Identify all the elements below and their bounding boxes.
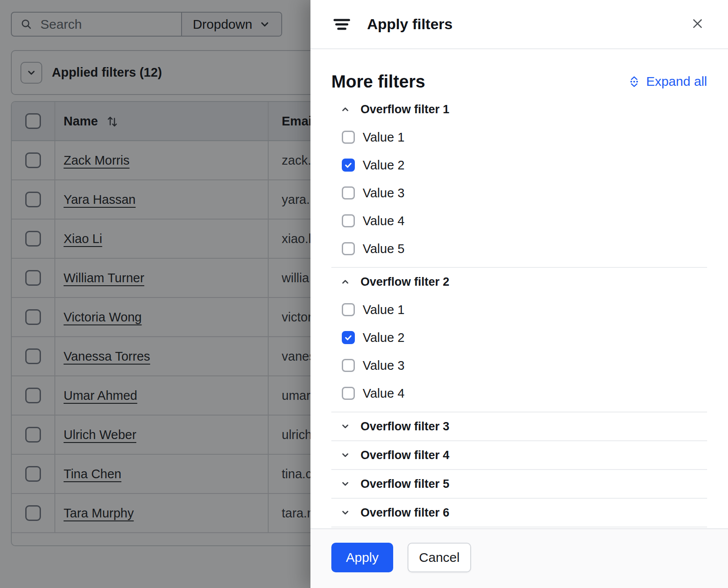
filter-section: Overflow filter 6 xyxy=(331,499,707,527)
option-label: Value 3 xyxy=(363,186,404,200)
filter-section-title: Overflow filter 3 xyxy=(361,420,449,433)
overlay-scrim[interactable] xyxy=(0,0,310,588)
filter-section-header[interactable]: Overflow filter 2 xyxy=(331,268,707,296)
option-checkbox[interactable] xyxy=(342,242,355,255)
chevron-down-icon xyxy=(340,508,350,517)
option-checkbox[interactable] xyxy=(342,159,355,172)
cancel-button[interactable]: Cancel xyxy=(408,543,471,572)
option-label: Value 1 xyxy=(363,130,404,145)
close-button[interactable] xyxy=(691,17,704,30)
filter-option[interactable]: Value 5 xyxy=(331,235,707,263)
more-filters-heading: More filters xyxy=(331,72,425,91)
filter-section: Overflow filter 4 xyxy=(331,441,707,470)
panel-body: More filters Expand all xyxy=(310,71,728,527)
filter-section-header[interactable]: Overflow filter 1 xyxy=(331,95,707,123)
filter-option[interactable]: Value 2 xyxy=(331,151,707,179)
option-checkbox[interactable] xyxy=(342,186,355,199)
filter-section-options: Value 1 Value 2 Value 3 Value 4 xyxy=(331,296,707,412)
option-label: Value 2 xyxy=(363,331,404,345)
option-checkbox[interactable] xyxy=(342,387,355,400)
apply-filters-panel: Apply filters More filters xyxy=(310,0,728,588)
filter-section: Overflow filter 3 xyxy=(331,412,707,441)
expand-all-label: Expand all xyxy=(646,74,707,89)
filter-section-title: Overflow filter 1 xyxy=(361,103,449,116)
option-checkbox[interactable] xyxy=(342,214,355,227)
expand-all-button[interactable]: Expand all xyxy=(629,74,707,89)
filter-section: Overflow filter 2 Value 1 Value 2 Value … xyxy=(331,268,707,412)
filter-option[interactable]: Value 1 xyxy=(331,296,707,324)
panel-footer: Apply Cancel xyxy=(310,528,728,588)
option-checkbox[interactable] xyxy=(342,303,355,316)
filter-section: Overflow filter 1 Value 1 Value 2 Value … xyxy=(331,95,707,268)
filter-option[interactable]: Value 1 xyxy=(331,123,707,151)
checkmark-icon xyxy=(344,161,353,169)
filter-sections: Overflow filter 1 Value 1 Value 2 Value … xyxy=(331,95,707,527)
option-label: Value 5 xyxy=(363,242,404,256)
app-root: Dropdown Applied filters (12) Name xyxy=(0,0,728,588)
panel-title: Apply filters xyxy=(367,16,452,33)
option-label: Value 2 xyxy=(363,158,404,172)
chevron-up-icon xyxy=(340,277,350,287)
filter-section-title: Overflow filter 2 xyxy=(361,275,449,289)
filter-section: Overflow filter 5 xyxy=(331,470,707,499)
option-label: Value 4 xyxy=(363,386,404,401)
filter-option[interactable]: Value 4 xyxy=(331,207,707,235)
checkmark-icon xyxy=(344,333,353,342)
option-label: Value 3 xyxy=(363,358,404,373)
filter-section-header[interactable]: Overflow filter 3 xyxy=(331,412,707,440)
expand-all-icon xyxy=(629,76,640,88)
option-checkbox[interactable] xyxy=(342,331,355,344)
panel-header: Apply filters xyxy=(310,0,728,49)
filter-section-header[interactable]: Overflow filter 4 xyxy=(331,441,707,469)
filter-option[interactable]: Value 4 xyxy=(331,379,707,407)
filter-section-header[interactable]: Overflow filter 6 xyxy=(331,499,707,527)
apply-button[interactable]: Apply xyxy=(331,543,393,572)
filter-icon xyxy=(334,19,350,30)
option-checkbox[interactable] xyxy=(342,131,355,144)
filter-section-title: Overflow filter 6 xyxy=(361,506,449,520)
chevron-up-icon xyxy=(340,105,350,114)
filter-section-header[interactable]: Overflow filter 5 xyxy=(331,470,707,498)
option-label: Value 1 xyxy=(363,303,404,317)
option-label: Value 4 xyxy=(363,214,404,228)
filter-section-options: Value 1 Value 2 Value 3 Value 4 xyxy=(331,123,707,267)
filter-option[interactable]: Value 3 xyxy=(331,351,707,379)
chevron-down-icon xyxy=(340,422,350,431)
close-icon xyxy=(692,18,703,29)
filter-option[interactable]: Value 2 xyxy=(331,324,707,351)
chevron-down-icon xyxy=(340,479,350,489)
filter-option[interactable]: Value 3 xyxy=(331,179,707,207)
chevron-down-icon xyxy=(340,450,350,460)
filter-section-title: Overflow filter 5 xyxy=(361,477,449,491)
option-checkbox[interactable] xyxy=(342,359,355,372)
filter-section-title: Overflow filter 4 xyxy=(361,449,449,462)
